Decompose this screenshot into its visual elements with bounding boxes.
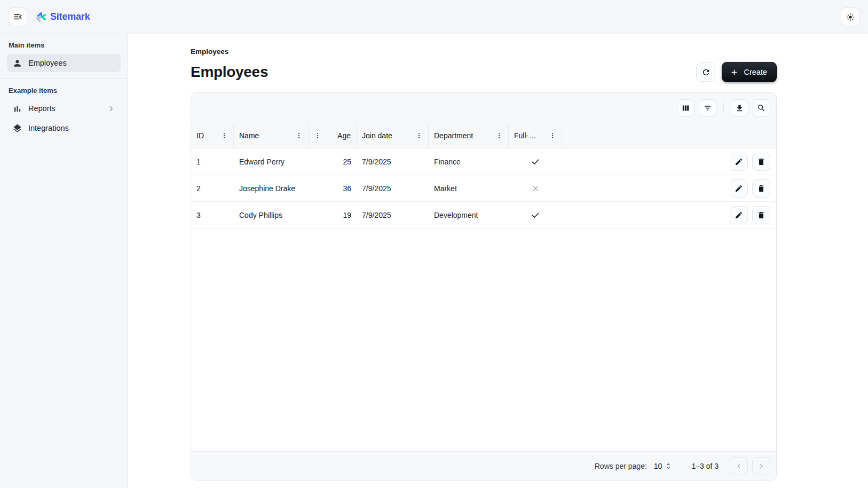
create-button[interactable]: Create xyxy=(722,62,777,82)
column-header-full-time[interactable]: Full-… xyxy=(509,123,562,148)
table-row[interactable]: 2 Josephine Drake 36 7/9/2025 Market xyxy=(191,175,776,202)
cell-spacer xyxy=(562,175,717,201)
employees-data-grid: ID Name A xyxy=(191,92,777,481)
cell-full-time xyxy=(509,175,562,201)
sidebar-divider xyxy=(0,78,128,79)
trash-icon xyxy=(757,184,766,193)
sidebar-item-reports[interactable]: Reports xyxy=(7,99,121,117)
chevron-right-icon xyxy=(107,105,115,113)
cell-actions xyxy=(717,175,776,201)
edit-row-button[interactable] xyxy=(730,179,748,198)
search-button[interactable] xyxy=(753,99,770,117)
app-root: Sitemark Main items xyxy=(0,0,868,488)
cell-actions xyxy=(717,202,776,228)
pencil-icon xyxy=(735,211,743,219)
delete-row-button[interactable] xyxy=(752,179,770,198)
delete-row-button[interactable] xyxy=(752,206,770,224)
column-menu-icon[interactable] xyxy=(549,132,556,139)
download-icon xyxy=(735,104,744,113)
column-header-spacer xyxy=(562,123,717,148)
sidebar-item-label: Reports xyxy=(28,104,56,113)
table-row[interactable]: 3 Cody Phillips 19 7/9/2025 Development xyxy=(191,202,776,229)
check-icon xyxy=(531,157,540,167)
check-icon xyxy=(531,210,540,220)
column-header-join-date[interactable]: Join date xyxy=(357,123,429,148)
column-header-actions xyxy=(717,123,776,148)
cell-spacer xyxy=(562,202,717,228)
edit-row-button[interactable] xyxy=(730,153,748,171)
column-menu-icon[interactable] xyxy=(415,132,423,139)
filter-icon xyxy=(703,104,712,113)
cell-age: 36 xyxy=(309,175,357,201)
grid-toolbar xyxy=(191,93,776,123)
refresh-icon xyxy=(701,68,711,77)
rows-per-page-value: 10 xyxy=(654,462,662,470)
column-menu-icon[interactable] xyxy=(495,132,503,139)
column-header-name[interactable]: Name xyxy=(234,123,309,148)
cell-department: Market xyxy=(429,175,509,201)
pencil-icon xyxy=(735,158,743,166)
topbar: Sitemark xyxy=(0,0,868,34)
menu-collapse-button[interactable] xyxy=(9,7,27,26)
trash-icon xyxy=(757,158,766,166)
toolbar-divider xyxy=(723,103,724,113)
cell-age: 25 xyxy=(309,148,357,175)
page-title: Employees xyxy=(191,64,268,81)
chevron-left-icon xyxy=(735,462,743,470)
column-menu-icon[interactable] xyxy=(220,132,228,139)
column-header-age[interactable]: Age xyxy=(309,123,357,148)
sidebar: Main items Employees Example items Repor… xyxy=(0,34,128,488)
column-header-id[interactable]: ID xyxy=(191,123,234,148)
theme-toggle-button[interactable] xyxy=(841,7,859,26)
sun-icon xyxy=(846,12,855,22)
grid-footer: Rows per page: 10 1–3 of 3 xyxy=(191,451,776,480)
breadcrumb: Employees xyxy=(191,48,777,56)
pencil-icon xyxy=(735,184,743,193)
brand-logo[interactable]: Sitemark xyxy=(35,11,90,23)
cell-id: 3 xyxy=(191,202,234,228)
sidebar-section-main-items: Main items xyxy=(0,41,128,49)
sidebar-item-integrations[interactable]: Integrations xyxy=(7,119,121,137)
refresh-button[interactable] xyxy=(696,62,715,82)
plus-icon xyxy=(730,68,739,77)
rows-per-page-label: Rows per page: xyxy=(595,462,647,470)
bar-chart-icon xyxy=(12,104,22,114)
close-icon xyxy=(531,184,540,193)
person-icon xyxy=(12,58,22,68)
cell-department: Finance xyxy=(429,148,509,175)
filter-button[interactable] xyxy=(699,99,716,117)
sitemark-pinwheel-icon xyxy=(35,11,46,23)
cell-name: Josephine Drake xyxy=(234,175,309,201)
sidebar-item-employees[interactable]: Employees xyxy=(7,54,121,72)
cell-join-date: 7/9/2025 xyxy=(357,202,429,228)
grid-empty-area xyxy=(191,229,776,451)
cell-actions xyxy=(717,148,776,175)
cell-join-date: 7/9/2025 xyxy=(357,148,429,175)
create-button-label: Create xyxy=(744,68,767,76)
next-page-button[interactable] xyxy=(752,457,770,475)
edit-row-button[interactable] xyxy=(730,206,748,224)
columns-icon xyxy=(681,104,690,113)
unfold-more-icon xyxy=(665,462,672,470)
menu-open-icon xyxy=(13,12,23,22)
main-content: Employees Employees xyxy=(128,34,868,488)
table-row[interactable]: 1 Edward Perry 25 7/9/2025 Finance xyxy=(191,148,776,175)
cell-spacer xyxy=(562,148,717,175)
search-icon xyxy=(757,104,766,113)
delete-row-button[interactable] xyxy=(752,153,770,171)
column-menu-icon[interactable] xyxy=(314,132,321,139)
sidebar-item-label: Employees xyxy=(28,59,67,67)
cell-full-time xyxy=(509,148,562,175)
previous-page-button[interactable] xyxy=(730,457,748,475)
download-button[interactable] xyxy=(731,99,748,117)
cell-id: 2 xyxy=(191,175,234,201)
column-header-department[interactable]: Department xyxy=(429,123,509,148)
rows-per-page-select[interactable]: 10 xyxy=(654,462,673,470)
cell-name: Cody Phillips xyxy=(234,202,309,228)
cell-join-date: 7/9/2025 xyxy=(357,175,429,201)
pagination-range: 1–3 of 3 xyxy=(691,462,719,470)
trash-icon xyxy=(757,211,766,219)
columns-button[interactable] xyxy=(677,99,695,117)
sidebar-item-label: Integrations xyxy=(28,124,69,132)
column-menu-icon[interactable] xyxy=(295,132,303,139)
